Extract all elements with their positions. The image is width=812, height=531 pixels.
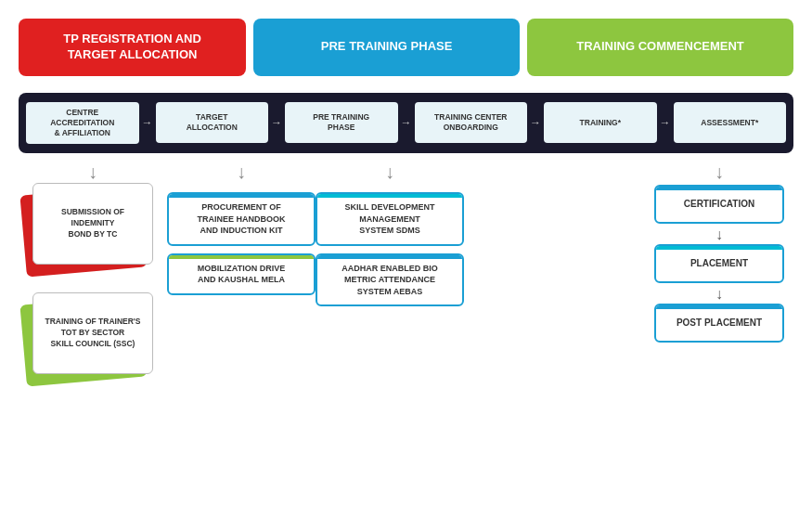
aebas-card: AADHAR ENABLED BIO METRIC ATTENDANCE SYS… (316, 253, 464, 307)
flow-step-5: TRAINING* (544, 102, 657, 143)
down-arrow-right: ↓ (715, 162, 724, 181)
lower-mid1: ↓ PROCUREMENT OF TRAINEE HANDBOOK AND IN… (167, 162, 316, 295)
down-arrow-mid2: ↓ (316, 162, 464, 181)
main-container: TP REGISTRATION AND TARGET ALLOCATION PR… (0, 0, 812, 531)
phase-banner-3: TRAINING COMMENCEMENT (527, 19, 793, 76)
mobilization-card: MOBILIZATION DRIVE AND KAUSHAL MELA (167, 253, 316, 295)
flow-row: CENTRE ACCREDITATION & AFFILIATION → TAR… (19, 93, 793, 153)
flow-step-3: PRE TRAINING PHASE (285, 102, 398, 143)
arrow-4: → (529, 116, 542, 129)
procurement-card: PROCUREMENT OF TRAINEE HANDBOOK AND INDU… (167, 192, 316, 246)
cert-arrow-1: ↓ (715, 227, 723, 242)
phase-banners: TP REGISTRATION AND TARGET ALLOCATION PR… (19, 19, 793, 76)
arrow-5: → (659, 116, 672, 129)
lower-area: ↓ SUBMISSION OF INDEMNITY BOND BY TC TRA… (19, 162, 793, 383)
arrow-1: → (141, 116, 154, 129)
lower-mid2: ↓ SKILL DEVELOPMENT MANAGEMENT SYSTEM SD… (316, 162, 464, 307)
arrow-2: → (270, 116, 283, 129)
certification-card: CERTIFICATION (654, 185, 784, 224)
tot-wrap: TRAINING OF TRAINER'S TOT BY SECTOR SKIL… (29, 291, 157, 383)
tot-front: TRAINING OF TRAINER'S TOT BY SECTOR SKIL… (32, 292, 153, 374)
flow-step-4: TRAINING CENTER ONBOARDING (415, 102, 528, 143)
down-arrow-left: ↓ (88, 162, 97, 181)
lower-right: ↓ CERTIFICATION ↓ PLACEMENT ↓ POST PLACE… (645, 162, 793, 344)
cert-arrow-2: ↓ (715, 287, 723, 302)
phase3-label: TRAINING COMMENCEMENT (576, 39, 744, 55)
lower-left: ↓ SUBMISSION OF INDEMNITY BOND BY TC TRA… (19, 162, 167, 383)
flow-step-1: CENTRE ACCREDITATION & AFFILIATION (26, 102, 139, 144)
tot-area: TRAINING OF TRAINER'S TOT BY SECTOR SKIL… (29, 291, 157, 383)
sdms-card: SKILL DEVELOPMENT MANAGEMENT SYSTEM SDMS (316, 192, 464, 246)
post-placement-card: POST PLACEMENT (654, 304, 784, 343)
down-arrow-mid1: ↓ (167, 162, 316, 181)
phase2-label: PRE TRAINING PHASE (321, 39, 453, 55)
flow-step-6: ASSESSMENT* (674, 102, 787, 143)
indemnity-front: SUBMISSION OF INDEMNITY BOND BY TC (32, 183, 153, 265)
phase-banner-2: PRE TRAINING PHASE (253, 19, 520, 76)
indemnity-wrap: SUBMISSION OF INDEMNITY BOND BY TC (29, 181, 157, 274)
phase1-label: TP REGISTRATION AND TARGET ALLOCATION (63, 32, 201, 63)
placement-card: PLACEMENT (654, 244, 784, 283)
arrow-3: → (400, 116, 413, 129)
flow-step-2: TARGET ALLOCATION (156, 102, 269, 143)
phase-banner-1: TP REGISTRATION AND TARGET ALLOCATION (19, 19, 246, 76)
